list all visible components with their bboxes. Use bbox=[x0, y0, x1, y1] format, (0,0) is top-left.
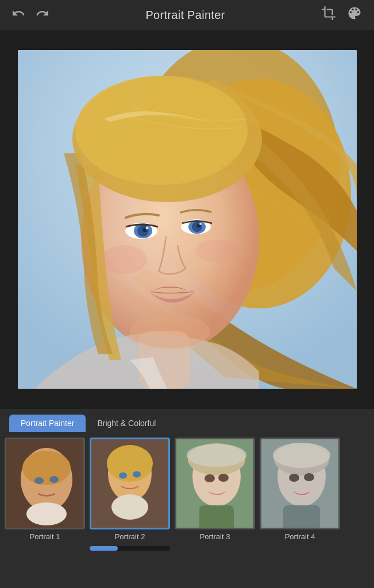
svg-point-16 bbox=[199, 223, 202, 225]
canvas-area bbox=[0, 30, 374, 409]
crop-icon bbox=[321, 6, 336, 21]
portrait-canvas bbox=[18, 50, 357, 389]
thumbnail-portrait-4 bbox=[261, 439, 340, 529]
thumbnail-image-4[interactable] bbox=[260, 438, 340, 529]
undo-button[interactable] bbox=[10, 5, 26, 25]
undo-icon bbox=[11, 6, 25, 20]
svg-point-44 bbox=[304, 473, 314, 481]
toolbar-left-actions bbox=[10, 5, 51, 25]
svg-point-35 bbox=[187, 444, 246, 467]
svg-point-43 bbox=[289, 474, 299, 482]
palette-icon bbox=[346, 5, 363, 21]
svg-point-30 bbox=[133, 471, 141, 478]
svg-point-23 bbox=[34, 477, 44, 484]
thumbnail-label-4: Portrait 4 bbox=[285, 532, 315, 541]
redo-icon bbox=[36, 6, 49, 20]
svg-point-42 bbox=[273, 443, 330, 468]
thumbnail-label-2: Portrait 2 bbox=[115, 532, 145, 541]
thumbnail-item-3[interactable]: Portrait 3 bbox=[175, 438, 255, 582]
svg-point-19 bbox=[130, 314, 210, 349]
svg-point-22 bbox=[22, 451, 71, 485]
tab-bright-colorful[interactable]: Bright & Colorful bbox=[86, 415, 167, 432]
progress-bar-fill bbox=[90, 546, 118, 551]
svg-point-17 bbox=[101, 245, 147, 274]
thumbnail-label-1: Portrait 1 bbox=[30, 532, 60, 541]
svg-point-31 bbox=[111, 494, 148, 520]
toolbar: Portrait Painter bbox=[0, 0, 374, 30]
thumbnail-item-4[interactable]: Portrait 4 bbox=[260, 438, 340, 582]
thumbnail-portrait-3 bbox=[176, 439, 255, 529]
thumbnail-portrait-1 bbox=[6, 439, 85, 529]
svg-rect-38 bbox=[199, 505, 234, 529]
app-title: Portrait Painter bbox=[145, 9, 225, 22]
thumbnail-strip: Portrait 1 Portrait 2 bbox=[0, 432, 374, 588]
crop-button[interactable] bbox=[320, 5, 337, 25]
svg-point-36 bbox=[205, 474, 215, 482]
thumbnail-item-2[interactable]: Portrait 2 bbox=[90, 438, 170, 582]
thumbnail-portrait-2 bbox=[91, 439, 168, 528]
svg-point-18 bbox=[196, 239, 236, 262]
tab-portrait-painter[interactable]: Portrait Painter bbox=[9, 415, 86, 432]
thumbnail-image-3[interactable] bbox=[175, 438, 255, 529]
progress-bar-background bbox=[90, 546, 170, 551]
bottom-panel: Portrait Painter Bright & Colorful Portr… bbox=[0, 409, 374, 588]
redo-button[interactable] bbox=[34, 5, 51, 25]
svg-point-29 bbox=[119, 473, 127, 479]
svg-point-25 bbox=[26, 502, 67, 525]
tabs-bar: Portrait Painter Bright & Colorful bbox=[0, 409, 374, 432]
palette-button[interactable] bbox=[345, 4, 364, 26]
thumbnail-image-2[interactable] bbox=[90, 438, 170, 529]
toolbar-right-actions bbox=[320, 4, 364, 26]
svg-point-6 bbox=[75, 76, 248, 185]
progress-bar-container bbox=[90, 544, 170, 560]
svg-rect-45 bbox=[283, 505, 320, 529]
thumbnail-item-1[interactable]: Portrait 1 bbox=[5, 438, 85, 582]
svg-point-28 bbox=[107, 445, 153, 482]
portrait-painting bbox=[18, 50, 357, 389]
thumbnail-image-1[interactable] bbox=[5, 438, 85, 529]
thumbnail-label-3: Portrait 3 bbox=[200, 532, 230, 541]
svg-point-24 bbox=[49, 476, 59, 483]
svg-point-37 bbox=[218, 474, 229, 482]
svg-point-11 bbox=[145, 227, 148, 230]
